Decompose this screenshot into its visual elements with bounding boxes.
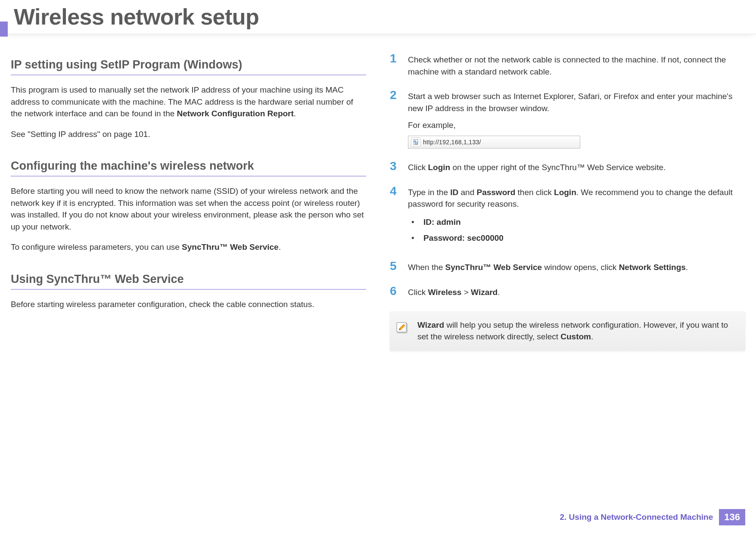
note-pencil-icon [395, 320, 410, 335]
bold-text: Wireless [428, 288, 461, 297]
step-text: Click Login on the upper right of the Sy… [408, 161, 745, 174]
section-heading-ip-setting: IP setting using SetIP Program (Windows) [11, 58, 366, 75]
text: . [294, 109, 296, 118]
step-text: Start a web browser such as Internet Exp… [408, 90, 745, 149]
step-number: 4 [390, 185, 408, 197]
step-number: 1 [390, 53, 408, 65]
bullet-list: • ID: admin • Password: sec00000 [411, 216, 745, 244]
left-column: IP setting using SetIP Program (Windows)… [11, 54, 366, 351]
paragraph: Before starting you will need to know th… [11, 185, 366, 233]
ie-page-icon [411, 137, 420, 147]
text: To configure wireless parameters, you ca… [11, 242, 182, 251]
note-text: Wizard will help you setup the wireless … [417, 319, 737, 343]
page-number: 136 [719, 509, 745, 525]
list-item: • ID: admin [411, 216, 745, 228]
bold-text: Custom [560, 332, 591, 341]
bullet-text: ID: admin [423, 216, 461, 228]
bold-text: Login [428, 163, 450, 172]
content-area: IP setting using SetIP Program (Windows)… [0, 34, 756, 351]
bold-text: Network Configuration Report [177, 109, 294, 118]
step-number: 3 [390, 160, 408, 172]
paragraph: This program is used to manually set the… [11, 84, 366, 120]
text: Type in the [408, 188, 450, 197]
paragraph: To configure wireless parameters, you ca… [11, 241, 366, 253]
text: Click [408, 288, 428, 297]
text: then click [515, 188, 554, 197]
bold-text: Password [477, 188, 516, 197]
paragraph: See "Setting IP address" on page 101. [11, 128, 366, 140]
bullet-dot: • [411, 232, 423, 244]
step-text: Check whether or not the network cable i… [408, 54, 745, 78]
step-number: 6 [390, 285, 408, 297]
text: and [458, 188, 476, 197]
url-text: http://192,168,1,133/ [423, 138, 481, 146]
bullet-text: Password: sec00000 [423, 232, 504, 244]
sub-paragraph: For example, [408, 119, 745, 131]
bold-text: SyncThru™ Web Service [182, 242, 279, 251]
footer-chapter-label: 2. Using a Network-Connected Machine [560, 512, 713, 522]
page-title: Wireless network setup [14, 4, 259, 30]
step-number: 2 [390, 89, 408, 101]
text: Click [408, 163, 428, 172]
text: on the upper right of the SyncThru™ Web … [450, 163, 666, 172]
text: . [498, 288, 500, 297]
step-3: 3 Click Login on the upper right of the … [390, 161, 745, 174]
text: When the [408, 263, 445, 272]
url-address-bar: http://192,168,1,133/ [408, 136, 580, 149]
bold-text: Wizard [417, 320, 444, 329]
bold-text: SyncThru™ Web Service [445, 263, 542, 272]
bold-text: ID [450, 188, 458, 197]
step-2: 2 Start a web browser such as Internet E… [390, 90, 745, 149]
step-5: 5 When the SyncThru™ Web Service window … [390, 261, 745, 273]
text: . [591, 332, 593, 341]
step-text: When the SyncThru™ Web Service window op… [408, 261, 745, 273]
accent-bar [0, 22, 8, 37]
step-text: Click Wireless > Wizard. [408, 286, 745, 298]
text: window opens, click [542, 263, 619, 272]
bullet-dot: • [411, 216, 423, 228]
note-box: Wizard will help you setup the wireless … [390, 311, 745, 351]
text: > [461, 288, 471, 297]
section-heading-configuring: Configuring the machine's wireless netwo… [11, 159, 366, 177]
paragraph: Before starting wireless parameter confi… [11, 298, 366, 310]
text: . [686, 263, 688, 272]
bold-text: Wizard [471, 288, 498, 297]
right-column: 1 Check whether or not the network cable… [390, 54, 745, 351]
step-text: Type in the ID and Password then click L… [408, 186, 745, 248]
text: . [279, 242, 281, 251]
page-header: Wireless network setup [0, 0, 756, 34]
step-number: 5 [390, 260, 408, 272]
bold-text: Login [554, 188, 576, 197]
bold-text: Network Settings [619, 263, 686, 272]
step-6: 6 Click Wireless > Wizard. [390, 286, 745, 298]
step-1: 1 Check whether or not the network cable… [390, 54, 745, 78]
section-heading-syncthru: Using SyncThru™ Web Service [11, 273, 366, 290]
page-footer: 2. Using a Network-Connected Machine 136 [560, 509, 745, 525]
step-4: 4 Type in the ID and Password then click… [390, 186, 745, 248]
list-item: • Password: sec00000 [411, 232, 745, 244]
text: Start a web browser such as Internet Exp… [408, 92, 732, 113]
